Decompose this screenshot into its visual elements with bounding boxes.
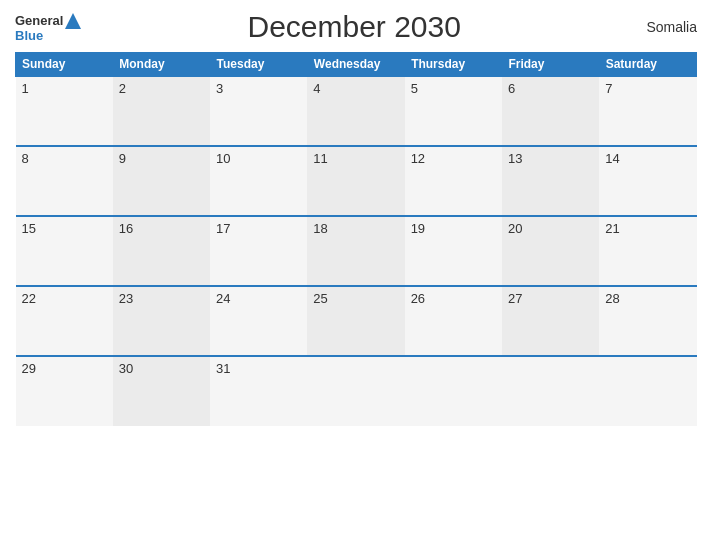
day-15: 15 xyxy=(16,216,113,286)
day-num-23: 23 xyxy=(119,291,133,306)
day-num-26: 26 xyxy=(411,291,425,306)
country-label: Somalia xyxy=(627,19,697,35)
day-27: 27 xyxy=(502,286,599,356)
day-num-24: 24 xyxy=(216,291,230,306)
day-26: 26 xyxy=(405,286,502,356)
day-num-6: 6 xyxy=(508,81,515,96)
day-5: 5 xyxy=(405,76,502,146)
calendar-body: 1234567891011121314151617181920212223242… xyxy=(16,76,697,426)
day-12: 12 xyxy=(405,146,502,216)
day-22: 22 xyxy=(16,286,113,356)
day-num-25: 25 xyxy=(313,291,327,306)
day-num-1: 1 xyxy=(22,81,29,96)
day-num-4: 4 xyxy=(313,81,320,96)
day-num-9: 9 xyxy=(119,151,126,166)
day-9: 9 xyxy=(113,146,210,216)
header-wednesday: Wednesday xyxy=(307,53,404,77)
header-saturday: Saturday xyxy=(599,53,696,77)
week-row-5: 293031 xyxy=(16,356,697,426)
day-empty xyxy=(599,356,696,426)
day-21: 21 xyxy=(599,216,696,286)
day-29: 29 xyxy=(16,356,113,426)
logo-blue-text: Blue xyxy=(15,29,43,42)
day-num-29: 29 xyxy=(22,361,36,376)
day-num-2: 2 xyxy=(119,81,126,96)
day-31: 31 xyxy=(210,356,307,426)
day-7: 7 xyxy=(599,76,696,146)
header-friday: Friday xyxy=(502,53,599,77)
day-num-19: 19 xyxy=(411,221,425,236)
calendar-table: Sunday Monday Tuesday Wednesday Thursday… xyxy=(15,52,697,426)
day-num-15: 15 xyxy=(22,221,36,236)
day-20: 20 xyxy=(502,216,599,286)
day-24: 24 xyxy=(210,286,307,356)
week-row-2: 891011121314 xyxy=(16,146,697,216)
day-1: 1 xyxy=(16,76,113,146)
logo-triangle-icon xyxy=(65,13,81,29)
day-num-10: 10 xyxy=(216,151,230,166)
day-num-28: 28 xyxy=(605,291,619,306)
day-19: 19 xyxy=(405,216,502,286)
day-13: 13 xyxy=(502,146,599,216)
calendar-header: General Blue December 2030 Somalia xyxy=(15,10,697,44)
day-num-31: 31 xyxy=(216,361,230,376)
day-10: 10 xyxy=(210,146,307,216)
header-monday: Monday xyxy=(113,53,210,77)
days-of-week-row: Sunday Monday Tuesday Wednesday Thursday… xyxy=(16,53,697,77)
day-16: 16 xyxy=(113,216,210,286)
day-num-7: 7 xyxy=(605,81,612,96)
day-3: 3 xyxy=(210,76,307,146)
week-row-3: 15161718192021 xyxy=(16,216,697,286)
header-sunday: Sunday xyxy=(16,53,113,77)
day-empty xyxy=(405,356,502,426)
day-num-21: 21 xyxy=(605,221,619,236)
week-row-4: 22232425262728 xyxy=(16,286,697,356)
day-30: 30 xyxy=(113,356,210,426)
week-row-1: 1234567 xyxy=(16,76,697,146)
day-num-17: 17 xyxy=(216,221,230,236)
logo: General Blue xyxy=(15,13,81,42)
day-8: 8 xyxy=(16,146,113,216)
logo-general-text: General xyxy=(15,14,63,27)
day-num-16: 16 xyxy=(119,221,133,236)
day-num-12: 12 xyxy=(411,151,425,166)
day-num-5: 5 xyxy=(411,81,418,96)
calendar-title: December 2030 xyxy=(81,10,627,44)
day-17: 17 xyxy=(210,216,307,286)
day-num-20: 20 xyxy=(508,221,522,236)
day-2: 2 xyxy=(113,76,210,146)
day-num-27: 27 xyxy=(508,291,522,306)
day-28: 28 xyxy=(599,286,696,356)
day-14: 14 xyxy=(599,146,696,216)
day-num-30: 30 xyxy=(119,361,133,376)
day-4: 4 xyxy=(307,76,404,146)
day-18: 18 xyxy=(307,216,404,286)
day-25: 25 xyxy=(307,286,404,356)
calendar-container: General Blue December 2030 Somalia Sunda… xyxy=(0,0,712,550)
header-thursday: Thursday xyxy=(405,53,502,77)
day-num-22: 22 xyxy=(22,291,36,306)
day-num-18: 18 xyxy=(313,221,327,236)
day-empty xyxy=(307,356,404,426)
day-num-11: 11 xyxy=(313,151,327,166)
header-tuesday: Tuesday xyxy=(210,53,307,77)
day-23: 23 xyxy=(113,286,210,356)
day-num-13: 13 xyxy=(508,151,522,166)
day-empty xyxy=(502,356,599,426)
day-11: 11 xyxy=(307,146,404,216)
svg-marker-0 xyxy=(65,13,81,29)
day-num-14: 14 xyxy=(605,151,619,166)
day-6: 6 xyxy=(502,76,599,146)
day-num-8: 8 xyxy=(22,151,29,166)
day-num-3: 3 xyxy=(216,81,223,96)
